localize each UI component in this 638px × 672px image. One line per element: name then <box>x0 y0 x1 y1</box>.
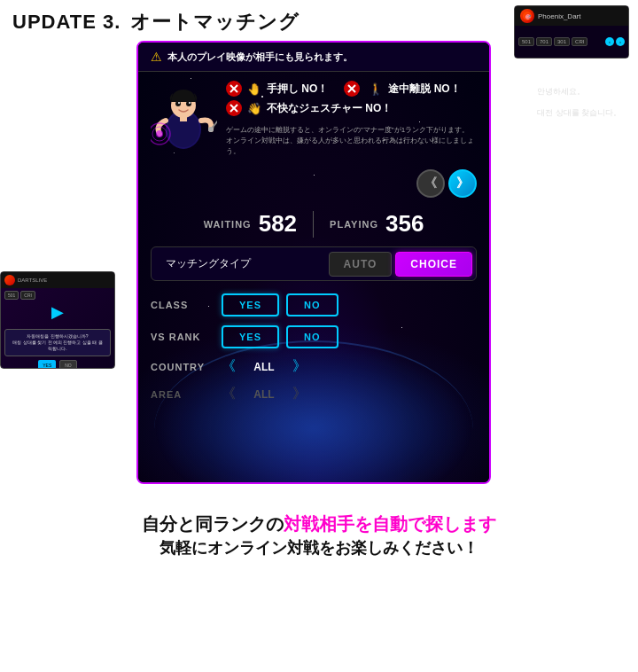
panel-content: ⚠ 本人のプレイ映像が相手にも見られます。 <box>138 43 489 412</box>
mini-avatar: 🎯 <box>520 9 534 23</box>
country-right-arrow[interactable]: 》 <box>292 357 307 376</box>
bottom-highlight-text: 対戦相手を自動で探します <box>284 514 496 534</box>
rules-section: 🤚 手押し NO！ 🚶 途中離脱 NO！ <box>138 72 489 166</box>
rule-text-3: 不快なジェスチャー NO！ <box>267 101 392 116</box>
option-row-vsrank: VS RANK YES NO <box>151 325 477 348</box>
svg-point-8 <box>189 102 191 104</box>
nav-left-button[interactable]: 《 <box>416 169 445 198</box>
stat-playing: PLAYING 356 <box>330 210 424 238</box>
option-label-country: COUNTRY <box>151 362 222 372</box>
stats-bar: WAITING 582 PLAYING 356 <box>138 201 489 243</box>
no-icon-1 <box>226 81 242 97</box>
matching-type-row: マッチングタイプ AUTO CHOICE <box>151 246 477 281</box>
option-row-country: COUNTRY 《 ALL 》 <box>151 357 477 376</box>
left-mini-btn-501: 501 <box>4 291 19 300</box>
warning-banner: ⚠ 本人のプレイ映像が相手にも見られます。 <box>138 43 489 72</box>
option-row-class: CLASS YES NO <box>151 293 477 316</box>
bottom-line-2: 気軽にオンライン対戦をお楽しみください！ <box>18 537 620 559</box>
game-panel: ⚠ 本人のプレイ映像が相手にも見られます。 <box>136 41 491 484</box>
stat-divider <box>313 211 314 238</box>
bottom-line-1: 自分と同ランクの対戦相手を自動で探します <box>18 511 620 537</box>
character-illustration <box>151 81 217 152</box>
right-panel-text: 안녕하세요。 대전 상대를 찾습니다。 <box>537 85 626 120</box>
rule-text-1: 手押し NO！ <box>267 82 328 97</box>
matching-tab-group: AUTO CHOICE <box>329 252 472 277</box>
option-label-vsrank: VS RANK <box>151 332 222 342</box>
svg-point-7 <box>178 102 180 104</box>
vsrank-yes-button[interactable]: YES <box>222 325 279 348</box>
rules-list: 🤚 手押し NO！ 🚶 途中離脱 NO！ <box>226 81 477 157</box>
svg-rect-11 <box>180 114 187 121</box>
bottom-normal-text: 自分と同ランクの <box>142 514 284 534</box>
svg-text:🎯: 🎯 <box>525 13 532 20</box>
mini-username: Phoenix_Dart <box>538 12 580 20</box>
option-label-area: AREA <box>151 389 222 400</box>
vsrank-btn-group: YES NO <box>222 325 338 348</box>
svg-point-10 <box>208 127 214 132</box>
country-control: 《 ALL 》 <box>222 357 307 376</box>
left-mini-btn-cri: CRI <box>20 291 35 300</box>
options-grid: CLASS YES NO VS RANK YES NO COUN <box>138 285 489 412</box>
class-no-button[interactable]: NO <box>286 293 338 316</box>
left-mini-logo <box>4 275 15 285</box>
class-btn-group: YES NO <box>222 293 338 316</box>
tab-auto-button[interactable]: AUTO <box>329 252 393 277</box>
no-icon-2 <box>344 81 360 97</box>
area-control: 《 ALL 》 <box>222 385 307 403</box>
warning-icon: ⚠ <box>151 50 162 64</box>
left-mini-yes-button[interactable]: YES <box>38 360 56 369</box>
stat-waiting: WAITING 582 <box>204 210 297 238</box>
mini-screenshot-left: DARTSLIVE 501 CRI ▶ 자동매칭을 진행하시겠습니까? 매칭 상… <box>0 271 115 369</box>
playing-value: 356 <box>385 210 424 238</box>
option-label-class: CLASS <box>151 300 222 310</box>
waiting-label: WAITING <box>204 219 252 230</box>
option-row-area: AREA 《 ALL 》 <box>151 385 477 403</box>
playing-label: PLAYING <box>330 219 378 230</box>
area-value: ALL <box>246 388 282 401</box>
area-left-arrow: 《 <box>222 385 236 403</box>
svg-point-14 <box>156 130 163 137</box>
class-yes-button[interactable]: YES <box>222 293 279 316</box>
matching-type-label: マッチングタイプ <box>155 251 329 277</box>
country-value: ALL <box>246 361 282 373</box>
left-mini-dialog: 자동매칭을 진행하시겠습니까? 매칭 상대를 찾기 전 예외 진행하고 싶을 때… <box>4 329 111 356</box>
warning-text: 本人のプレイ映像が相手にも見られます。 <box>167 51 353 64</box>
rule-item-2: 👋 不快なジェスチャー NO！ <box>226 100 477 116</box>
svg-point-6 <box>186 101 191 106</box>
country-left-arrow[interactable]: 《 <box>222 357 236 376</box>
page-title: UPDATE 3. オートマッチング <box>12 9 300 35</box>
tab-choice-button[interactable]: CHOICE <box>395 252 472 277</box>
rule-item-1: 🤚 手押し NO！ 🚶 途中離脱 NO！ <box>226 81 477 97</box>
vsrank-no-button[interactable]: NO <box>286 325 338 348</box>
bottom-section: 自分と同ランクの対戦相手を自動で探します 気軽にオンライン対戦をお楽しみください… <box>0 495 638 569</box>
no-icon-3 <box>226 100 242 116</box>
left-mini-no-button[interactable]: NO <box>59 360 77 369</box>
nav-arrows: 《 》 <box>138 166 489 201</box>
rules-subtitle: ゲームの途中に離脱すると、オンラインの"マナー度"が1ランク下がります。 オンラ… <box>226 125 477 157</box>
area-right-arrow: 》 <box>292 385 307 403</box>
waiting-value: 582 <box>259 210 297 238</box>
svg-point-5 <box>175 101 181 106</box>
nav-right-button[interactable]: 》 <box>448 169 477 198</box>
rule-text-2: 途中離脱 NO！ <box>388 82 460 97</box>
